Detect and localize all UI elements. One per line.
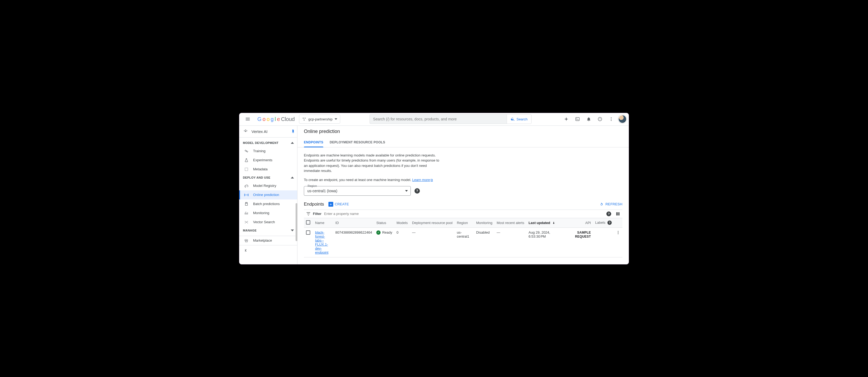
cell-alerts: — (494, 228, 526, 257)
sidebar-bottom: Marketplace (239, 236, 297, 245)
svg-text:?: ? (599, 118, 600, 121)
search-container: Search (343, 114, 558, 124)
sidebar-section-header-deploy-use[interactable]: DEPLOY AND USE (239, 174, 297, 181)
sidebar-item-metadata[interactable]: Metadata (239, 165, 297, 174)
search-icon (511, 117, 515, 121)
tab-endpoints[interactable]: ENDPOINTS (304, 137, 323, 147)
metadata-icon (244, 167, 249, 171)
sidebar-scrollbar[interactable] (296, 203, 298, 241)
google-cloud-logo[interactable]: Google Cloud (256, 116, 296, 122)
svg-point-29 (618, 233, 619, 234)
svg-point-12 (245, 130, 246, 130)
sidebar-item-training[interactable]: Training (239, 146, 297, 156)
chevron-up-icon (291, 176, 294, 179)
col-region[interactable]: Region (455, 218, 474, 228)
sample-request-button[interactable]: SAMPLE REQUEST (575, 231, 591, 238)
col-labels[interactable]: Labels ? (593, 218, 614, 228)
sidebar-item-model-registry[interactable]: Model Registry (239, 181, 297, 191)
column-display-icon[interactable] (616, 211, 620, 216)
region-value: us-central1 (Iowa) (307, 189, 337, 193)
create-button[interactable]: + CREATE (329, 202, 349, 207)
cloud-shell-icon[interactable] (572, 114, 583, 125)
col-pool[interactable]: Deployment resource pool (410, 218, 455, 228)
cell-id: 8074388982898622464 (333, 228, 374, 257)
search-input[interactable] (370, 114, 507, 124)
svg-rect-24 (616, 212, 617, 215)
marketplace-icon (244, 238, 249, 243)
row-more-icon[interactable] (616, 231, 620, 235)
search-button[interactable]: Search (507, 114, 531, 124)
sidebar: Vertex AI MODEL DEVELOPMENT Training Exp… (239, 126, 298, 264)
learn-more-link[interactable]: Learn more⧉ (412, 178, 433, 182)
endpoints-table: Name ID Status Models Deployment resourc… (304, 218, 622, 258)
refresh-button-label: REFRESH (605, 202, 622, 206)
sidebar-item-monitoring[interactable]: Monitoring (239, 208, 297, 217)
col-status[interactable]: Status (374, 218, 395, 228)
sidebar-item-label: Marketplace (253, 238, 272, 242)
refresh-icon (599, 202, 604, 206)
sidebar-section-header-manage[interactable]: MANAGE (239, 227, 297, 234)
nav-menu-button[interactable] (242, 114, 253, 125)
svg-point-28 (618, 232, 619, 233)
sidebar-item-label: Experiments (253, 158, 272, 162)
project-picker[interactable]: gcp-partnership (299, 114, 340, 124)
table-header: Name ID Status Models Deployment resourc… (304, 218, 622, 228)
training-icon (244, 149, 249, 153)
model-registry-icon (244, 184, 249, 188)
sidebar-section-title: DEPLOY AND USE (243, 176, 271, 179)
region-select[interactable]: us-central1 (Iowa) (304, 186, 411, 196)
sidebar-collapse-button[interactable] (239, 245, 297, 256)
sidebar-item-experiments[interactable]: Experiments (239, 156, 297, 165)
svg-point-1 (305, 118, 306, 119)
cell-labels (593, 228, 614, 257)
app-window: Google Cloud gcp-partnership Search (239, 113, 629, 265)
svg-point-9 (245, 131, 246, 132)
product-title: Vertex AI (251, 129, 268, 134)
avatar[interactable] (618, 115, 627, 123)
row-checkbox[interactable] (306, 231, 310, 235)
col-monitoring[interactable]: Monitoring (474, 218, 495, 228)
col-api[interactable]: API (565, 218, 593, 228)
notifications-icon[interactable] (583, 114, 594, 125)
col-alerts[interactable]: Most recent alerts (494, 218, 526, 228)
filter-help-icon[interactable]: ? (607, 211, 611, 216)
svg-rect-25 (618, 212, 618, 215)
sidebar-item-batch-predictions[interactable]: Batch predictions (239, 200, 297, 208)
refresh-button[interactable]: REFRESH (599, 202, 622, 206)
sidebar-item-label: Metadata (253, 167, 268, 171)
svg-point-10 (244, 130, 245, 131)
help-icon[interactable]: ? (595, 114, 605, 125)
more-icon[interactable] (606, 114, 617, 125)
svg-point-0 (303, 118, 304, 119)
svg-point-7 (611, 119, 612, 119)
svg-point-11 (247, 130, 247, 131)
sidebar-section-header-model-development[interactable]: MODEL DEVELOPMENT (239, 139, 297, 146)
filter-icon (306, 211, 311, 216)
sidebar-item-label: Model Registry (253, 184, 276, 188)
col-name[interactable]: Name (313, 218, 333, 228)
cell-region: us-central1 (455, 228, 474, 257)
sidebar-item-label: Training (253, 149, 266, 153)
chevron-down-icon (291, 229, 294, 232)
sidebar-item-marketplace[interactable]: Marketplace (239, 236, 297, 245)
tabs: ENDPOINTS DEPLOYMENT RESOURCE POOLS (298, 137, 629, 147)
endpoint-name-link[interactable]: black-forest-labs--FLUX.1-dev-endpoint (315, 231, 331, 254)
sidebar-item-online-prediction[interactable]: Online prediction (239, 191, 297, 200)
project-name: gcp-partnership (308, 117, 333, 121)
col-models[interactable]: Models (395, 218, 410, 228)
external-link-icon: ⧉ (431, 178, 433, 182)
select-all-checkbox[interactable] (306, 220, 310, 225)
filter-input[interactable] (323, 211, 604, 216)
region-help-icon[interactable]: ? (414, 188, 420, 194)
tab-deployment-resource-pools[interactable]: DEPLOYMENT RESOURCE POOLS (330, 137, 385, 147)
cell-last-updated: Aug 29, 2024, 6:53:30 PM (526, 228, 565, 257)
col-id[interactable]: ID (333, 218, 374, 228)
pin-icon[interactable] (291, 129, 295, 134)
col-last-updated[interactable]: Last updated (526, 218, 565, 228)
sidebar-item-label: Vector Search (253, 220, 275, 224)
svg-point-2 (304, 119, 305, 121)
sidebar-item-vector-search[interactable]: Vector Search (239, 217, 297, 227)
labels-help-icon[interactable]: ? (608, 220, 612, 225)
gemini-icon[interactable] (561, 114, 571, 125)
cell-models: 0 (395, 228, 410, 257)
